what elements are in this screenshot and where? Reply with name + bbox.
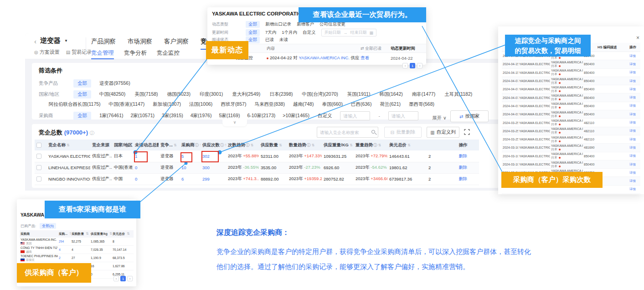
table-row[interactable]: NINGBO INNOVATION ELECTRONI 供应过产... 中国 0… — [35, 173, 479, 185]
back-icon[interactable]: ‹ — [34, 37, 36, 45]
next-page-button[interactable]: › — [417, 63, 422, 68]
collapse-filters-tab[interactable]: ∨ — [222, 119, 247, 126]
supply-count-link[interactable]: 299 — [202, 176, 210, 181]
page-1-button[interactable]: 1 — [120, 276, 126, 281]
country-filter-item[interactable]: 南非(1477) — [412, 91, 435, 98]
select-all-checkbox[interactable] — [36, 143, 41, 148]
time-option[interactable]: 自定义 — [303, 30, 316, 36]
detail-link[interactable]: 详情 — [629, 87, 640, 92]
delete-link[interactable]: 删除 — [459, 153, 468, 158]
competitor-count[interactable]: (97000+) — [64, 129, 88, 136]
news-type-option[interactable]: 新增出口记录 — [265, 21, 291, 27]
caret-down-icon[interactable]: ▼ — [64, 39, 68, 43]
buyer-count-filter-item[interactable]: 3家(3915) — [162, 113, 183, 119]
detail-link[interactable]: 详情 — [629, 137, 640, 142]
filter-product-item[interactable]: 逆变器(97556) — [99, 80, 130, 87]
filter-product-all-chip[interactable]: 全部 — [73, 79, 91, 88]
fullscreen-icon[interactable] — [464, 129, 470, 135]
purchase-times-link[interactable]: 294 — [58, 240, 71, 243]
date-range-picker[interactable]: 开始日期 → 结束日期 ▦ — [321, 29, 377, 36]
buyer-row[interactable]: TOENEC PHILIPPINES INCORPORATED 菲律宾 2 27… — [20, 254, 134, 262]
detail-link[interactable]: 详情 — [629, 112, 640, 117]
country-filter-item[interactable]: 墨西哥(568) — [409, 101, 434, 108]
time-all-chip[interactable]: 全部 — [246, 29, 260, 36]
buyer-count-filter-item[interactable]: 5家(1169) — [219, 113, 240, 119]
tab-competitor-manage[interactable]: 竞企管理 — [91, 49, 114, 59]
country-filter-item[interactable]: 中国(台湾)(2070) — [302, 91, 338, 98]
plan-settings-button[interactable]: ◎方案设置 — [34, 49, 60, 56]
search-icon[interactable] — [371, 130, 375, 134]
news-type-all-chip[interactable]: 全部 — [246, 21, 260, 28]
detail-link[interactable]: 详情 — [629, 129, 640, 133]
view-link[interactable]: 查看 — [361, 55, 391, 61]
detail-link[interactable]: 详情 — [629, 79, 640, 83]
detail-link[interactable]: 详情 — [629, 179, 640, 183]
detail-link[interactable]: 详情 — [629, 171, 640, 175]
country-filter-item[interactable]: 中国(48250) — [99, 91, 125, 98]
country-filter-item[interactable]: 韩国(1642) — [379, 91, 402, 98]
next-page-button[interactable]: › — [127, 276, 133, 281]
country-filter-item[interactable]: 日本(2398) — [269, 91, 293, 98]
detail-link[interactable]: 详情 — [629, 95, 640, 100]
delete-link[interactable]: 删除 — [459, 176, 468, 181]
supply-count-link[interactable]: 300 — [202, 165, 210, 170]
country-filter-item[interactable]: 德国(5023) — [167, 91, 191, 98]
country-filter-item[interactable]: 美国(7158) — [134, 91, 158, 98]
buyer-count-filter-item[interactable]: 4家(1976) — [191, 113, 212, 119]
country-filter-item[interactable]: 西班牙(857) — [221, 101, 246, 108]
detail-link[interactable]: 详情 — [629, 120, 640, 125]
buyer-row[interactable]: YASKAWA AMERICA INC. 美国 294 52,275 1,085… — [20, 238, 134, 246]
row-checkbox[interactable] — [36, 154, 41, 159]
country-filter-item[interactable]: 巴西(636) — [351, 101, 372, 108]
buyer-min-input[interactable] — [340, 111, 370, 120]
page-1-button[interactable]: 1 — [410, 63, 415, 68]
tab-competitor-monitor[interactable]: 竞企监控 — [157, 49, 180, 59]
buyers-count-link[interactable]: 6 — [181, 176, 184, 181]
buyer-count-filter-item[interactable]: 1家(76461) — [99, 113, 124, 119]
detail-link[interactable]: 详情 — [629, 162, 640, 167]
tab-product-insight[interactable]: 产品洞察 — [91, 37, 116, 50]
buyer-count-filter-item[interactable]: >10家(1465) — [283, 113, 309, 119]
filter-region-all-chip[interactable]: 全部 — [73, 90, 91, 98]
tab-customer-insight[interactable]: 客户洞察 — [164, 37, 189, 50]
row-checkbox[interactable] — [36, 165, 41, 170]
detail-link[interactable]: 详情 — [629, 154, 640, 158]
close-icon[interactable]: × — [636, 35, 639, 41]
filter-buyers-all-chip[interactable]: 全部 — [73, 112, 91, 120]
batch-delete-button[interactable]: ⊟批量删除 — [384, 127, 422, 138]
read-option[interactable]: 已读 — [265, 37, 274, 43]
country-filter-item[interactable]: 阿拉伯联合酋长国(1175) — [49, 101, 101, 108]
purchased-all-chip[interactable]: 全部(5) — [40, 223, 56, 229]
country-filter-item[interactable]: 土耳其(1182) — [444, 91, 472, 98]
detail-link[interactable]: 详情 — [629, 187, 640, 192]
detail-link[interactable]: 详情 — [629, 54, 640, 58]
country-filter-item[interactable]: 意大利(2549) — [232, 91, 260, 98]
page-title[interactable]: 逆变器 — [40, 36, 61, 45]
row-checkbox[interactable] — [36, 176, 41, 181]
detail-link[interactable]: 详情 — [629, 104, 640, 108]
purchase-times-link[interactable]: 4 — [58, 248, 71, 251]
trade-records-button[interactable]: ▤贸易记录 — [66, 49, 92, 56]
mark-all-read-button[interactable]: 全部已读 — [365, 46, 381, 51]
by-country-button[interactable]: ⇄按国家 — [450, 110, 489, 122]
read-option[interactable]: 未读 — [279, 37, 288, 43]
buyer-max-input[interactable] — [388, 111, 418, 120]
country-filter-item[interactable]: 越南(748) — [293, 101, 314, 108]
country-filter-item[interactable]: 印度(3001) — [200, 91, 223, 98]
country-filter-item[interactable]: 荷兰(621) — [380, 101, 401, 108]
country-filter-item[interactable]: 英国(1911) — [347, 91, 371, 98]
buyers-count-link[interactable]: 10 — [181, 165, 186, 170]
buyer-company-link[interactable]: YASKAWA AMERICA INC. — [299, 55, 350, 60]
country-filter-item[interactable]: 泰国(660) — [322, 101, 343, 108]
time-option[interactable]: 1个月内 — [282, 30, 297, 36]
tab-competition-analysis[interactable]: 竞争分析 — [124, 49, 147, 59]
delete-link[interactable]: 删除 — [459, 165, 468, 170]
country-filter-item[interactable]: 法国(1006) — [189, 101, 212, 108]
custom-range-label[interactable]: 自定义 — [318, 113, 332, 119]
buyer-count-filter-item[interactable]: 6-10家(2173) — [247, 113, 275, 119]
detail-link[interactable]: 详情 — [629, 70, 640, 75]
custom-columns-button[interactable]: ▥自定义列 — [427, 127, 459, 138]
expand-filters-button[interactable]: 展开 ∨ — [432, 115, 447, 121]
table-row[interactable]: LINEHAUL EXPRESS HK LTD 供应过产... 中国(香港) 0… — [35, 162, 479, 173]
tab-market-insight[interactable]: 市场洞察 — [128, 37, 152, 50]
